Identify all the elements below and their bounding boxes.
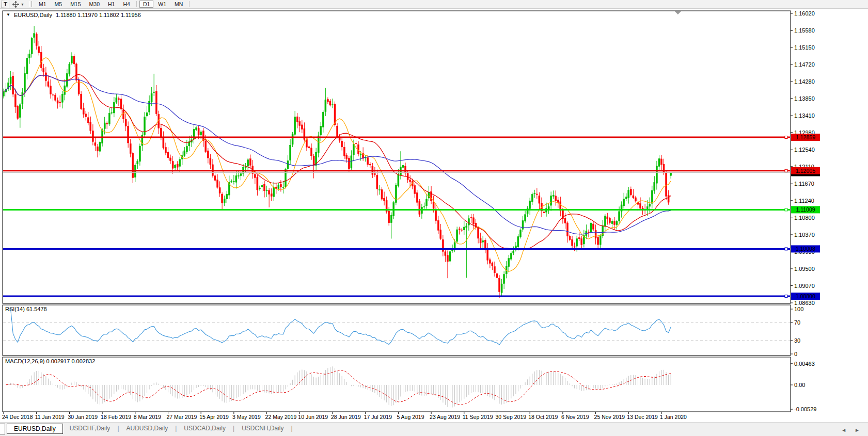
main-panel <box>3 11 791 303</box>
date-tick-label: 18 Oct 2019 <box>528 414 558 420</box>
tab-stub[interactable] <box>0 424 5 434</box>
price-axis[interactable]: 1.160201.155801.151501.147201.142801.138… <box>791 10 820 412</box>
price-tick-label: 1.15150 <box>794 44 815 51</box>
date-tick-label: 15 Apr 2019 <box>199 414 229 420</box>
date-tick-label: 27 Mar 2019 <box>167 414 197 420</box>
rsi-indicator-label: RSI(14) 61.5478 <box>5 306 47 312</box>
ohlc-values: 1.11880 1.11970 1.11802 1.11956 <box>56 12 141 18</box>
macd-indicator-label: MACD(12,26,9) 0.002917 0.002832 <box>5 358 95 364</box>
chart-tab-EURUSD[interactable]: EURUSD,Daily <box>7 424 63 434</box>
chart-tab-bar: EURUSD,DailyUSDCHF,Daily|AUDUSD,Daily|US… <box>0 422 868 436</box>
tab-divider: | <box>290 424 293 433</box>
tabs-container: EURUSD,DailyUSDCHF,Daily|AUDUSD,Daily|US… <box>7 424 293 434</box>
price-axis-badge: 1.11009 <box>791 206 820 213</box>
price-axis-badge: 1.12005 <box>791 167 820 174</box>
date-tick-label: 30 Sep 2019 <box>496 414 527 420</box>
mt4-window: T ▼ M1M5M15M30H1H4D1W1MN 1.160201.155801… <box>0 0 868 436</box>
date-tick-label: 5 Aug 2019 <box>397 414 424 420</box>
chart-tab-USDCAD[interactable]: USDCAD,Daily <box>177 424 232 433</box>
price-axis-badge: 1.12859 <box>791 134 820 141</box>
date-tick-label: 30 Jan 2019 <box>68 414 98 420</box>
date-axis[interactable]: 24 Dec 201811 Jan 201930 Jan 201918 Feb … <box>2 412 687 420</box>
rsi-tick-label: 100 <box>794 306 803 312</box>
date-tick-label: 17 Jul 2019 <box>364 414 392 420</box>
svg-text:1.10008: 1.10008 <box>796 246 815 252</box>
date-tick-label: 1 Jan 2020 <box>660 414 687 420</box>
date-tick-label: 11 Sep 2019 <box>463 414 493 420</box>
symbol-period-label: EURUSD,Daily <box>14 12 52 18</box>
tab-scroll-left-icon[interactable]: ◄ <box>841 427 846 433</box>
date-tick-label: 13 Dec 2019 <box>627 414 658 420</box>
price-tick-label: 1.13850 <box>794 95 815 102</box>
price-axis-badge: 1.08800 <box>791 293 820 300</box>
chart-tab-USDCHF[interactable]: USDCHF,Daily <box>63 424 117 433</box>
rsi-tick-label: 30 <box>794 337 800 344</box>
price-tick-label: 1.08630 <box>794 300 815 306</box>
chart-tab-AUDUSD[interactable]: AUDUSD,Daily <box>120 424 175 433</box>
tab-scroll-right-icon[interactable]: ► <box>855 427 860 433</box>
price-tick-label: 1.14280 <box>794 78 815 85</box>
price-tick-label: 1.10370 <box>794 232 815 238</box>
price-tick-label: 1.11670 <box>794 181 814 187</box>
price-tick-label: 1.15580 <box>794 27 815 34</box>
rsi-tick-label: 0 <box>794 351 797 357</box>
macd-tick-label: 0.00463 <box>794 361 815 367</box>
price-tick-label: 1.13410 <box>794 112 815 119</box>
date-tick-label: 18 Feb 2019 <box>101 414 131 420</box>
price-tick-label: 1.10800 <box>794 215 815 221</box>
rsi-panel <box>3 305 791 356</box>
line-end-marker <box>785 208 787 211</box>
line-end-marker <box>785 136 787 139</box>
chart-title: ▼ EURUSD,Daily 1.11880 1.11970 1.11802 1… <box>6 12 141 18</box>
date-tick-label: 28 Jun 2019 <box>331 414 361 420</box>
chart-tab-USDCNH[interactable]: USDCNH,Daily <box>235 424 290 433</box>
price-tick-label: 1.09070 <box>794 283 815 289</box>
price-tick-label: 1.16020 <box>794 10 815 17</box>
svg-text:1.12859: 1.12859 <box>796 134 815 140</box>
line-end-marker <box>785 169 787 172</box>
collapse-triangle-icon[interactable]: ▼ <box>6 13 10 17</box>
svg-text:1.12005: 1.12005 <box>796 168 815 174</box>
macd-panel <box>3 357 791 412</box>
rsi-tick-label: 70 <box>794 319 800 326</box>
tab-scroll-arrows: ◄ ► <box>841 427 860 433</box>
date-tick-label: 6 Nov 2019 <box>561 414 589 420</box>
chart-canvas[interactable]: 1.160201.155801.151501.147201.142801.138… <box>0 0 868 436</box>
date-tick-label: 8 Mar 2019 <box>134 414 161 420</box>
date-tick-label: 3 May 2019 <box>232 414 261 420</box>
svg-text:1.08800: 1.08800 <box>796 293 815 299</box>
date-tick-label: 11 Jan 2019 <box>35 414 65 420</box>
price-axis-badge: 1.10008 <box>791 245 820 252</box>
date-tick-label: 25 Nov 2019 <box>594 414 625 420</box>
price-tick-label: 1.14720 <box>794 61 815 68</box>
price-tick-label: 1.11240 <box>794 198 814 204</box>
macd-tick-label: -0.00529 <box>794 406 816 412</box>
date-tick-label: 23 Aug 2019 <box>430 414 460 420</box>
date-tick-label: 22 May 2019 <box>265 414 297 420</box>
date-tick-label: 24 Dec 2018 <box>2 414 33 420</box>
price-tick-label: 1.09500 <box>794 266 815 272</box>
date-tick-label: 10 Jun 2019 <box>298 414 328 420</box>
line-end-marker <box>785 295 787 298</box>
line-end-marker <box>785 248 787 250</box>
price-tick-label: 1.12540 <box>794 147 815 153</box>
macd-tick-label: 0.00 <box>794 382 805 388</box>
svg-text:1.11009: 1.11009 <box>796 206 815 213</box>
